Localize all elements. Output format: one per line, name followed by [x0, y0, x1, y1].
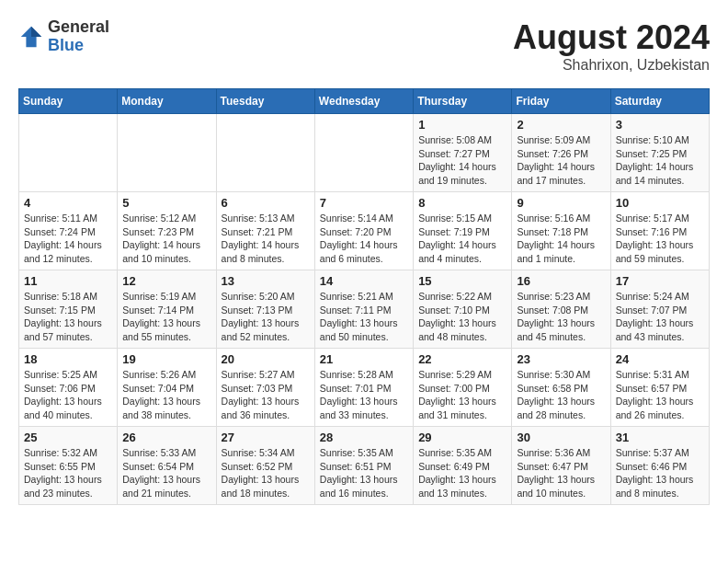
day-info: Sunrise: 5:35 AMSunset: 6:49 PMDaylight:… — [418, 446, 506, 500]
day-number: 14 — [320, 274, 408, 288]
calendar-cell: 15Sunrise: 5:22 AMSunset: 7:10 PMDayligh… — [414, 270, 512, 349]
day-info: Sunrise: 5:08 AMSunset: 7:27 PMDaylight:… — [418, 133, 506, 188]
day-number: 27 — [222, 431, 310, 444]
day-number: 13 — [222, 274, 310, 288]
day-info: Sunrise: 5:30 AMSunset: 6:58 PMDaylight:… — [517, 368, 605, 422]
calendar-cell: 3Sunrise: 5:10 AMSunset: 7:25 PMDaylight… — [610, 114, 709, 192]
column-header-wednesday: Wednesday — [314, 89, 413, 114]
title-block: August 2024 Shahrixon, Uzbekistan — [513, 18, 710, 74]
day-number: 7 — [320, 196, 408, 210]
day-number: 16 — [517, 274, 605, 288]
day-number: 2 — [517, 118, 605, 132]
column-header-monday: Monday — [118, 89, 216, 114]
day-number: 11 — [24, 274, 112, 288]
calendar-cell: 2Sunrise: 5:09 AMSunset: 7:26 PMDaylight… — [512, 114, 610, 192]
day-info: Sunrise: 5:10 AMSunset: 7:25 PMDaylight:… — [616, 133, 704, 188]
day-info: Sunrise: 5:21 AMSunset: 7:11 PMDaylight:… — [320, 290, 408, 344]
calendar-cell: 9Sunrise: 5:16 AMSunset: 7:18 PMDaylight… — [512, 192, 610, 270]
calendar-cell: 14Sunrise: 5:21 AMSunset: 7:11 PMDayligh… — [314, 270, 413, 349]
day-info: Sunrise: 5:22 AMSunset: 7:10 PMDaylight:… — [418, 290, 506, 344]
logo: General Blue — [18, 18, 109, 55]
logo-general-text: General — [48, 18, 109, 37]
calendar-cell: 23Sunrise: 5:30 AMSunset: 6:58 PMDayligh… — [512, 349, 610, 427]
day-number: 25 — [24, 431, 112, 444]
day-number: 23 — [517, 352, 605, 366]
day-number: 15 — [418, 274, 506, 288]
day-info: Sunrise: 5:18 AMSunset: 7:15 PMDaylight:… — [24, 290, 112, 344]
column-header-sunday: Sunday — [19, 89, 118, 114]
day-info: Sunrise: 5:37 AMSunset: 6:46 PMDaylight:… — [616, 446, 704, 500]
day-number: 18 — [24, 352, 112, 366]
calendar-table: SundayMondayTuesdayWednesdayThursdayFrid… — [18, 88, 710, 505]
main-title: August 2024 — [513, 18, 710, 57]
day-number: 21 — [320, 352, 408, 366]
day-info: Sunrise: 5:27 AMSunset: 7:03 PMDaylight:… — [222, 368, 310, 422]
calendar-cell: 8Sunrise: 5:15 AMSunset: 7:19 PMDaylight… — [414, 192, 512, 270]
day-info: Sunrise: 5:17 AMSunset: 7:16 PMDaylight:… — [616, 212, 704, 266]
week-row-1: 1Sunrise: 5:08 AMSunset: 7:27 PMDaylight… — [19, 114, 710, 192]
calendar-cell: 29Sunrise: 5:35 AMSunset: 6:49 PMDayligh… — [414, 427, 512, 505]
day-info: Sunrise: 5:13 AMSunset: 7:21 PMDaylight:… — [222, 212, 310, 266]
day-info: Sunrise: 5:25 AMSunset: 7:06 PMDaylight:… — [24, 368, 112, 422]
day-number: 9 — [517, 196, 605, 210]
calendar-cell: 1Sunrise: 5:08 AMSunset: 7:27 PMDaylight… — [414, 114, 512, 192]
day-info: Sunrise: 5:09 AMSunset: 7:26 PMDaylight:… — [517, 133, 605, 188]
calendar-cell: 6Sunrise: 5:13 AMSunset: 7:21 PMDaylight… — [216, 192, 314, 270]
calendar-cell: 17Sunrise: 5:24 AMSunset: 7:07 PMDayligh… — [610, 270, 709, 349]
day-number: 26 — [122, 431, 210, 444]
day-info: Sunrise: 5:35 AMSunset: 6:51 PMDaylight:… — [320, 446, 408, 500]
day-info: Sunrise: 5:14 AMSunset: 7:20 PMDaylight:… — [320, 212, 408, 266]
calendar-cell: 21Sunrise: 5:28 AMSunset: 7:01 PMDayligh… — [314, 349, 413, 427]
day-number: 31 — [616, 431, 704, 444]
day-number: 29 — [418, 431, 506, 444]
calendar-cell: 11Sunrise: 5:18 AMSunset: 7:15 PMDayligh… — [19, 270, 118, 349]
day-number: 28 — [320, 431, 408, 444]
day-number: 1 — [418, 118, 506, 132]
day-info: Sunrise: 5:32 AMSunset: 6:55 PMDaylight:… — [24, 446, 112, 500]
column-header-thursday: Thursday — [414, 89, 512, 114]
calendar-cell: 25Sunrise: 5:32 AMSunset: 6:55 PMDayligh… — [19, 427, 118, 505]
day-info: Sunrise: 5:36 AMSunset: 6:47 PMDaylight:… — [517, 446, 605, 500]
logo-icon — [18, 24, 44, 50]
calendar-cell: 30Sunrise: 5:36 AMSunset: 6:47 PMDayligh… — [512, 427, 610, 505]
calendar-cell — [314, 114, 413, 192]
day-number: 10 — [616, 196, 704, 210]
calendar-cell: 13Sunrise: 5:20 AMSunset: 7:13 PMDayligh… — [216, 270, 314, 349]
week-row-2: 4Sunrise: 5:11 AMSunset: 7:24 PMDaylight… — [19, 192, 710, 270]
day-info: Sunrise: 5:31 AMSunset: 6:57 PMDaylight:… — [616, 368, 704, 422]
calendar-cell: 18Sunrise: 5:25 AMSunset: 7:06 PMDayligh… — [19, 349, 118, 427]
calendar-cell — [216, 114, 314, 192]
column-header-saturday: Saturday — [610, 89, 709, 114]
day-number: 22 — [418, 352, 506, 366]
calendar-cell: 24Sunrise: 5:31 AMSunset: 6:57 PMDayligh… — [610, 349, 709, 427]
calendar-cell: 10Sunrise: 5:17 AMSunset: 7:16 PMDayligh… — [610, 192, 709, 270]
week-row-3: 11Sunrise: 5:18 AMSunset: 7:15 PMDayligh… — [19, 270, 710, 349]
calendar-cell: 31Sunrise: 5:37 AMSunset: 6:46 PMDayligh… — [610, 427, 709, 505]
day-info: Sunrise: 5:29 AMSunset: 7:00 PMDaylight:… — [418, 368, 506, 422]
calendar-cell: 7Sunrise: 5:14 AMSunset: 7:20 PMDaylight… — [314, 192, 413, 270]
column-header-friday: Friday — [512, 89, 610, 114]
day-info: Sunrise: 5:26 AMSunset: 7:04 PMDaylight:… — [122, 368, 210, 422]
day-number: 12 — [122, 274, 210, 288]
calendar-cell: 4Sunrise: 5:11 AMSunset: 7:24 PMDaylight… — [19, 192, 118, 270]
day-info: Sunrise: 5:23 AMSunset: 7:08 PMDaylight:… — [517, 290, 605, 344]
page-header: General Blue August 2024 Shahrixon, Uzbe… — [18, 18, 710, 74]
day-info: Sunrise: 5:19 AMSunset: 7:14 PMDaylight:… — [122, 290, 210, 344]
svg-marker-1 — [31, 27, 41, 37]
calendar-cell: 26Sunrise: 5:33 AMSunset: 6:54 PMDayligh… — [118, 427, 216, 505]
day-number: 5 — [122, 196, 210, 210]
day-number: 19 — [122, 352, 210, 366]
week-row-4: 18Sunrise: 5:25 AMSunset: 7:06 PMDayligh… — [19, 349, 710, 427]
calendar-cell — [19, 114, 118, 192]
calendar-cell: 28Sunrise: 5:35 AMSunset: 6:51 PMDayligh… — [314, 427, 413, 505]
day-number: 20 — [222, 352, 310, 366]
calendar-cell: 22Sunrise: 5:29 AMSunset: 7:00 PMDayligh… — [414, 349, 512, 427]
calendar-cell: 27Sunrise: 5:34 AMSunset: 6:52 PMDayligh… — [216, 427, 314, 505]
day-number: 4 — [24, 196, 112, 210]
day-info: Sunrise: 5:28 AMSunset: 7:01 PMDaylight:… — [320, 368, 408, 422]
day-info: Sunrise: 5:20 AMSunset: 7:13 PMDaylight:… — [222, 290, 310, 344]
calendar-cell — [118, 114, 216, 192]
calendar-cell: 20Sunrise: 5:27 AMSunset: 7:03 PMDayligh… — [216, 349, 314, 427]
calendar-cell: 12Sunrise: 5:19 AMSunset: 7:14 PMDayligh… — [118, 270, 216, 349]
calendar-cell: 16Sunrise: 5:23 AMSunset: 7:08 PMDayligh… — [512, 270, 610, 349]
